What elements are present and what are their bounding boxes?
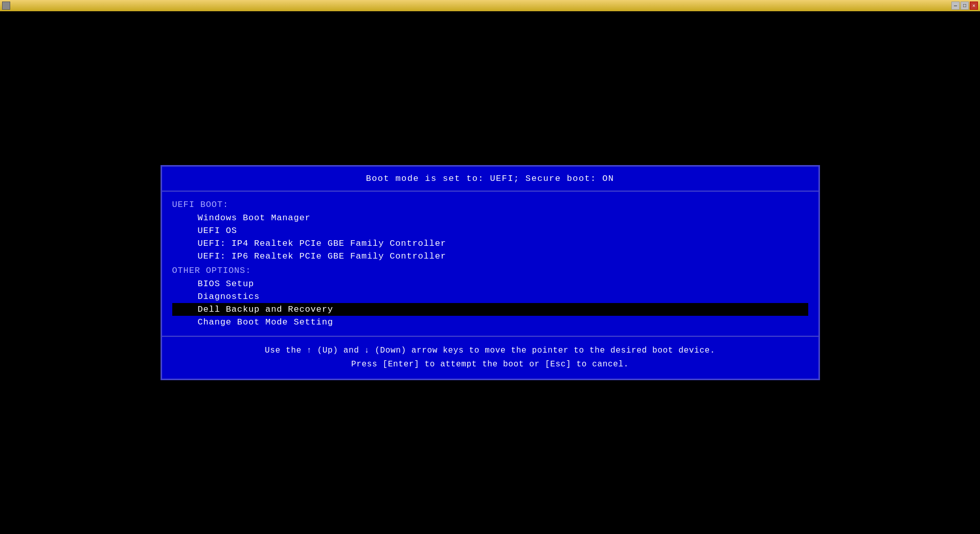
other-item-0[interactable]: BIOS Setup [172,277,808,290]
title-bar: — □ ✕ [0,0,980,11]
other-item-3[interactable]: Change Boot Mode Setting [172,316,808,329]
maximize-button[interactable]: □ [961,2,969,10]
uefi-item-0[interactable]: Windows Boot Manager [172,212,808,224]
other-options-label: OTHER OPTIONS: [172,266,808,275]
bios-box: Boot mode is set to: UEFI; Secure boot: … [161,165,820,380]
bios-body: UEFI BOOT: Windows Boot Manager UEFI OS … [162,192,818,336]
boot-mode-status: Boot mode is set to: UEFI; Secure boot: … [366,174,614,183]
footer-line1: Use the ↑ (Up) and ↓ (Down) arrow keys t… [172,344,808,358]
uefi-item-3[interactable]: UEFI: IP6 Realtek PCIe GBE Family Contro… [172,250,808,263]
close-button[interactable]: ✕ [970,2,978,10]
window-icon [2,2,10,10]
other-item-1[interactable]: Diagnostics [172,290,808,303]
other-item-2-selected[interactable]: Dell Backup and Recovery [172,303,808,316]
footer-line2: Press [Enter] to attempt the boot or [Es… [172,358,808,372]
uefi-boot-label: UEFI BOOT: [172,200,808,210]
bios-header: Boot mode is set to: UEFI; Secure boot: … [162,167,818,192]
window-controls: — □ ✕ [951,2,978,10]
uefi-item-1[interactable]: UEFI OS [172,224,808,237]
bios-outer: Boot mode is set to: UEFI; Secure boot: … [0,11,980,534]
minimize-button[interactable]: — [951,2,960,10]
bios-footer: Use the ↑ (Up) and ↓ (Down) arrow keys t… [162,336,818,379]
uefi-item-2[interactable]: UEFI: IP4 Realtek PCIe GBE Family Contro… [172,237,808,250]
